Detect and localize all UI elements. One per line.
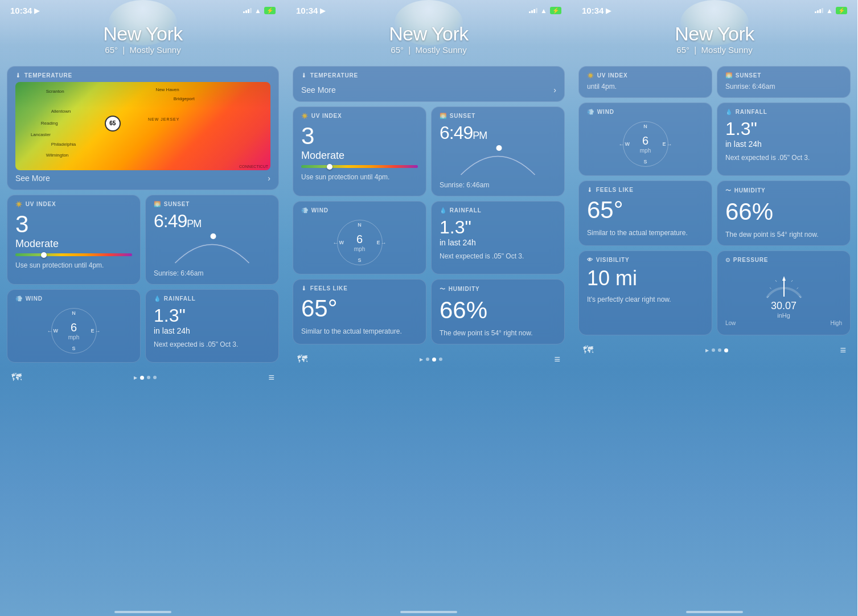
rain-icon-1: 💧 <box>154 295 161 302</box>
rainfall-period-2: in last 24h <box>440 238 556 247</box>
temperature-label-2: 🌡 TEMPERATURE <box>301 72 556 79</box>
map-icon-2[interactable]: 🗺 <box>297 354 307 366</box>
wind-unit-3: mph <box>640 147 651 154</box>
humidity-desc-3: The dew point is 54° right now. <box>725 230 842 240</box>
pressure-gauge-3: 30.07 inHg Low High <box>725 266 842 329</box>
time-3: 10:34 <box>582 6 604 15</box>
wind-card-3[interactable]: 💨 WIND N S E W ← → 6 mph <box>578 102 712 176</box>
battery-icon-2: ⚡ <box>550 7 561 14</box>
uv-card-3[interactable]: ☀️ UV INDEX until 4pm. <box>578 66 712 98</box>
list-icon-2[interactable]: ≡ <box>554 354 560 366</box>
humidity-desc-2: The dew point is 54° right now. <box>440 328 556 338</box>
wind-card-2[interactable]: 💨 WIND N S E W ← → 6 mph <box>293 201 426 274</box>
bottom-bar-3: 🗺 ▶ ≡ <box>572 340 857 361</box>
feels-humidity-row-3: 🌡 FEELS LIKE 65° Similar to the actual t… <box>578 180 851 246</box>
svg-line-4 <box>775 280 777 282</box>
sunset-card-3[interactable]: 🌅 SUNSET Sunrise: 6:46am <box>717 66 851 98</box>
compass-right-arrow-3: → <box>667 141 672 147</box>
wind-card-1[interactable]: 💨 WIND N S E W ← → 6 mph <box>7 289 141 363</box>
visibility-pressure-row-3: 👁 VISIBILITY 10 mi It's perfectly clear … <box>578 250 851 335</box>
wind-unit-2: mph <box>354 246 365 252</box>
wifi-icon-3: ▲ <box>826 7 833 15</box>
sunset-card-2[interactable]: 🌅 SUNSET 6:49PM Sunrise: 6:46am <box>431 106 565 196</box>
uv-rating-1: Moderate <box>15 238 132 250</box>
location-icon-1: ▶ <box>34 7 39 15</box>
humidity-card-3[interactable]: 〜 HUMIDITY 66% The dew point is 54° righ… <box>717 180 851 246</box>
page-dot-active-2[interactable] <box>432 358 436 362</box>
svg-point-1 <box>496 145 502 151</box>
page-dot-3-1[interactable] <box>153 376 157 379</box>
feels-humidity-row-2: 🌡 FEELS LIKE 65° Similar to the actual t… <box>293 279 565 344</box>
sunset-time-1: 6:49PM <box>154 211 270 232</box>
content-area-2: 🌡 TEMPERATURE See More › ☀️ UV INDEX 3 M… <box>286 61 572 349</box>
page-dot-2-3[interactable] <box>718 348 721 352</box>
compass-3: N S E W ← → 6 mph <box>623 121 668 167</box>
header-desc-3: 65° | Mostly Sunny <box>572 45 857 55</box>
rainfall-next-1: Next expected is .05" Oct 3. <box>154 340 270 350</box>
temperature-card-2[interactable]: 🌡 TEMPERATURE See More › <box>293 66 565 102</box>
feels-value-3: 65° <box>587 196 704 224</box>
feels-card-2[interactable]: 🌡 FEELS LIKE 65° Similar to the actual t… <box>293 279 426 344</box>
map-icon-1[interactable]: 🗺 <box>11 372 22 384</box>
sunset-card-1[interactable]: 🌅 SUNSET 6:49PM Sunrise: 6:46am <box>145 195 279 285</box>
uv-card-2[interactable]: ☀️ UV INDEX 3 Moderate Use sun protectio… <box>293 106 426 196</box>
status-bar-2: 10:34 ▶ ▲ ⚡ <box>286 0 572 18</box>
rainfall-card-2[interactable]: 💧 RAINFALL 1.3" in last 24h Next expecte… <box>431 201 565 274</box>
city-name-1: New York <box>0 23 286 45</box>
rainfall-card-1[interactable]: 💧 RAINFALL 1.3" in last 24h Next expecte… <box>145 289 279 363</box>
content-area-3: ☀️ UV INDEX until 4pm. 🌅 SUNSET Sunrise:… <box>572 61 857 340</box>
temperature-card-1[interactable]: 🌡 TEMPERATURE Scranton New Haven Bridgep… <box>7 66 279 190</box>
page-dot-active-3[interactable] <box>724 348 728 352</box>
uv-desc-2: Use sun protection until 4pm. <box>301 173 418 182</box>
sunset-time-2: 6:49PM <box>440 122 556 143</box>
sunset-label-2: 🌅 SUNSET <box>440 113 556 119</box>
uv-card-1[interactable]: ☀️ UV INDEX 3 Moderate Use sun protectio… <box>7 195 141 285</box>
time-2: 10:34 <box>296 6 318 15</box>
wind-speed-3: 6 <box>640 134 651 147</box>
map-icon-3[interactable]: 🗺 <box>583 344 593 356</box>
feels-card-3[interactable]: 🌡 FEELS LIKE 65° Similar to the actual t… <box>578 180 712 246</box>
feels-label-3: 🌡 FEELS LIKE <box>587 187 704 193</box>
visibility-card-3[interactable]: 👁 VISIBILITY 10 mi It's perfectly clear … <box>578 250 712 335</box>
wifi-icon-2: ▲ <box>540 7 547 15</box>
page-dot-1-2[interactable] <box>426 358 429 361</box>
time-1: 10:34 <box>10 6 32 15</box>
sunset-curve-1 <box>154 232 270 266</box>
sun-icon-2: ☀️ <box>301 113 309 119</box>
header-1: New York 65° | Mostly Sunny <box>0 18 286 61</box>
visibility-label-3: 👁 VISIBILITY <box>587 257 704 263</box>
rain-icon-3: 💧 <box>725 109 733 115</box>
rainfall-period-1: in last 24h <box>154 326 270 335</box>
list-icon-1[interactable]: ≡ <box>268 372 274 384</box>
uv-desc-1: Use sun protection until 4pm. <box>15 261 132 270</box>
temperature-map-1: Scranton New Haven Bridgeport Allentown … <box>15 82 270 170</box>
sunset-icon-2: 🌅 <box>440 113 447 119</box>
feels-value-2: 65° <box>301 295 418 322</box>
rain-icon-2: 💧 <box>440 207 447 213</box>
list-icon-3[interactable]: ≡ <box>840 344 846 356</box>
pressure-card-3[interactable]: ⊙ PRESSURE <box>717 250 851 335</box>
temperature-label-1: 🌡 TEMPERATURE <box>15 72 270 79</box>
page-dots-3: ▶ <box>705 348 728 353</box>
page-dot-active-1[interactable] <box>140 376 144 380</box>
see-more-btn-2[interactable]: See More › <box>301 82 556 96</box>
compass-right-arrow-1: → <box>95 327 101 334</box>
gauge-icon-3: ⊙ <box>725 257 730 263</box>
compass-left-arrow-2: ← <box>333 239 339 245</box>
humidity-icon-2: 〜 <box>440 285 446 293</box>
sunset-label-1: 🌅 SUNSET <box>154 201 270 207</box>
compass-2: N S E W ← → 6 mph <box>337 220 383 265</box>
rainfall-next-3: Next expected is .05" Oct 3. <box>725 153 842 163</box>
page-dot-3-2[interactable] <box>439 358 442 361</box>
sun-icon-1: ☀️ <box>15 201 23 207</box>
humidity-label-2: 〜 HUMIDITY <box>440 285 556 293</box>
see-more-btn-1[interactable]: See More › <box>15 170 270 184</box>
rainfall-card-3[interactable]: 💧 RAINFALL 1.3" in last 24h Next expecte… <box>717 102 851 176</box>
humidity-card-2[interactable]: 〜 HUMIDITY 66% The dew point is 54° righ… <box>431 279 565 344</box>
sunrise-text-1: Sunrise: 6:46am <box>154 269 270 278</box>
rainfall-amount-1: 1.3" <box>154 305 270 326</box>
wind-speed-2: 6 <box>354 233 365 246</box>
location-dot-icon-2: ▶ <box>420 357 423 362</box>
page-dot-1-3[interactable] <box>712 348 715 352</box>
page-dot-2-1[interactable] <box>147 376 150 379</box>
